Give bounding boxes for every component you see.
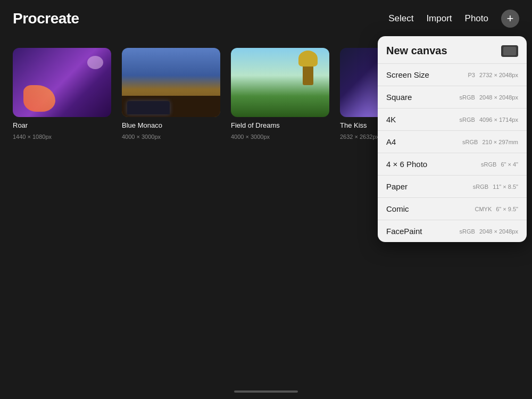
artwork-image-field-of-dreams — [231, 48, 329, 117]
canvas-option-name: Square — [386, 93, 460, 102]
new-canvas-panel: New canvas Screen SizeP32732 × 2048pxSqu… — [378, 36, 527, 242]
canvas-option-name: 4 × 6 Photo — [386, 160, 481, 169]
canvas-icon — [501, 45, 518, 57]
canvas-size: 11" × 8.5" — [493, 184, 518, 190]
canvas-color-profile: CMYK — [475, 206, 492, 212]
photo-button[interactable]: Photo — [465, 13, 488, 24]
canvas-option-4k[interactable]: 4KsRGB4096 × 1714px — [378, 108, 527, 130]
canvas-option-comic[interactable]: ComicCMYK6" × 9.5" — [378, 197, 527, 220]
canvas-color-profile: P3 — [468, 72, 475, 78]
canvas-size: 2732 × 2048px — [479, 72, 518, 78]
canvas-option-a4[interactable]: A4sRGB210 × 297mm — [378, 130, 527, 153]
canvas-option-facepaint[interactable]: FacePaintsRGB2048 × 2048px — [378, 220, 527, 242]
canvas-size: 2048 × 2048px — [479, 94, 518, 101]
canvas-option-name: Comic — [386, 204, 475, 213]
new-canvas-button[interactable]: + — [501, 10, 519, 28]
canvas-size: 6" × 9.5" — [496, 206, 518, 212]
artwork-thumb-blue-monaco — [122, 48, 220, 117]
artwork-dims-field-of-dreams: 4000 × 3000px — [231, 134, 329, 140]
canvas-color-profile: sRGB — [473, 184, 488, 190]
plus-icon: + — [507, 13, 514, 24]
artwork-title-blue-monaco: Blue Monaco — [122, 121, 220, 129]
panel-header: New canvas — [378, 36, 527, 63]
artwork-card-blue-monaco[interactable]: Blue Monaco4000 × 3000px — [122, 48, 220, 140]
artwork-title-roar: Roar — [13, 121, 111, 129]
canvas-color-profile: sRGB — [460, 228, 475, 235]
header-actions: Select Import Photo + — [388, 10, 519, 28]
canvas-color-profile: sRGB — [462, 139, 478, 145]
artwork-thumb-field-of-dreams — [231, 48, 329, 117]
select-button[interactable]: Select — [388, 13, 413, 24]
canvas-option-square[interactable]: SquaresRGB2048 × 2048px — [378, 86, 527, 108]
canvas-size: 4096 × 1714px — [479, 117, 518, 123]
artwork-dims-roar: 1440 × 1080px — [13, 134, 111, 140]
artwork-thumb-roar — [13, 48, 111, 117]
artwork-dims-blue-monaco: 4000 × 3000px — [122, 134, 220, 140]
artwork-card-field-of-dreams[interactable]: Field of Dreams4000 × 3000px — [231, 48, 329, 140]
canvas-size: 2048 × 2048px — [479, 228, 518, 235]
artwork-image-roar — [13, 48, 111, 117]
canvas-option-name: Screen Size — [386, 70, 468, 79]
canvas-icon-inner — [503, 47, 516, 55]
artwork-title-field-of-dreams: Field of Dreams — [231, 121, 329, 129]
canvas-size: 210 × 297mm — [482, 139, 518, 145]
panel-title: New canvas — [386, 45, 447, 57]
app-header: Procreate Select Import Photo + — [0, 0, 532, 37]
canvas-color-profile: sRGB — [460, 94, 475, 101]
canvas-option-screen-size[interactable]: Screen SizeP32732 × 2048px — [378, 63, 527, 86]
canvas-option-name: Paper — [386, 182, 473, 191]
canvas-size: 6" × 4" — [501, 161, 518, 168]
artwork-image-blue-monaco — [122, 48, 220, 117]
artwork-card-roar[interactable]: Roar1440 × 1080px — [13, 48, 111, 140]
app-title: Procreate — [13, 10, 79, 27]
canvas-option-name: 4K — [386, 115, 460, 124]
scroll-indicator — [234, 390, 298, 393]
canvas-options-list: Screen SizeP32732 × 2048pxSquaresRGB2048… — [378, 63, 527, 242]
canvas-color-profile: sRGB — [460, 117, 475, 123]
canvas-option-paper[interactable]: PapersRGB11" × 8.5" — [378, 175, 527, 197]
canvas-option-name: FacePaint — [386, 227, 460, 236]
canvas-option-name: A4 — [386, 137, 462, 146]
canvas-color-profile: sRGB — [481, 161, 496, 168]
canvas-option-4-×-6-photo[interactable]: 4 × 6 PhotosRGB6" × 4" — [378, 153, 527, 175]
import-button[interactable]: Import — [426, 13, 452, 24]
